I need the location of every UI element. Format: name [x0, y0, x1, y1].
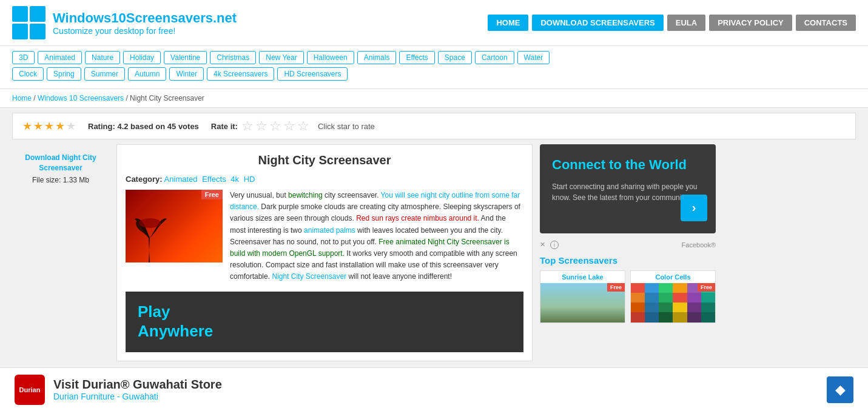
category-tag-animals[interactable]: Animals	[357, 51, 397, 64]
header-nav: HOME DOWNLOAD SCREENSAVERS EULA PRIVACY …	[488, 15, 856, 31]
desc-highlight-5: Free animated Night City Screensaver is …	[230, 238, 510, 258]
right-sidebar: Connect to the World Start connecting an…	[540, 144, 716, 361]
category-tag-clock[interactable]: Clock	[12, 67, 44, 81]
file-size: File size: 1.33 Mb	[12, 176, 109, 184]
download-screensavers-button[interactable]: DOWNLOAD SCREENSAVERS	[532, 15, 663, 31]
palm-svg	[132, 214, 168, 262]
category-animated[interactable]: Animated	[164, 175, 198, 184]
desc-highlight-3: Red sun rays create nimbus around it.	[356, 214, 479, 222]
ad-line2: Anywhere	[138, 322, 213, 341]
category-row-2: ClockSpringSummerAutumnWinter4k Screensa…	[12, 67, 856, 81]
category-tag-halloween[interactable]: Halloween	[307, 51, 354, 64]
logo-pane-tl	[12, 6, 28, 22]
article-title: Night City Screensaver	[126, 153, 523, 167]
card-colorcells-image[interactable]: Free	[631, 283, 715, 322]
privacy-policy-button[interactable]: PRIVACY POLICY	[709, 15, 792, 31]
category-tag-nature[interactable]: Nature	[85, 51, 120, 64]
category-line: Category: Animated Effects 4k HD	[126, 175, 523, 184]
card-colorcells-title: Color Cells	[631, 271, 715, 283]
screensaver-card-colorcells: Color Cells	[630, 270, 716, 323]
rate-star-1[interactable]: ☆	[241, 118, 254, 134]
rate-star-5[interactable]: ☆	[297, 118, 309, 134]
left-sidebar: Download Night City Screensaver File siz…	[12, 144, 109, 361]
free-badge: Free	[201, 190, 223, 199]
category-tag-4k-screensavers[interactable]: 4k Screensavers	[207, 67, 274, 81]
screensaver-grid: Sunrise Lake Free Color Cells	[540, 270, 716, 323]
fb-footer-left: ✕ i	[540, 241, 559, 249]
rate-star-3[interactable]: ☆	[269, 118, 281, 134]
svg-point-0	[139, 218, 161, 228]
description-text: Very unusual, but bewitching city screen…	[230, 190, 523, 283]
page-header: Windows10Screensavers.net Customize your…	[0, 0, 868, 46]
desc-highlight-6: Night City Screensaver	[272, 272, 346, 281]
home-button[interactable]: HOME	[488, 15, 528, 31]
category-tag-new-year[interactable]: New Year	[259, 51, 303, 64]
star-5: ★	[66, 119, 76, 133]
category-tag-valentine[interactable]: Valentine	[164, 51, 207, 64]
windows-logo	[12, 6, 45, 39]
rating-text: Rating: 4.2 based on 45 votes	[88, 122, 199, 131]
contacts-button[interactable]: CONTACTS	[796, 15, 856, 31]
content-block: Free Very unusual, but bewitching city s…	[126, 190, 523, 283]
card-sunrise-image[interactable]: Free	[540, 283, 625, 322]
category-tag-water[interactable]: Water	[517, 51, 550, 64]
fb-connect-button[interactable]: ›	[681, 195, 707, 221]
desc-highlight-1: bewitching	[288, 191, 323, 199]
star-1: ★	[22, 119, 32, 133]
screensaver-card-sunrise: Sunrise Lake Free	[540, 270, 625, 323]
star-2: ★	[33, 119, 43, 133]
rating-based: based on	[130, 122, 165, 131]
main-content: Download Night City Screensaver File siz…	[0, 144, 728, 361]
fb-close-icon[interactable]: ✕	[540, 241, 545, 249]
fb-footer: ✕ i Facebook®	[540, 241, 716, 249]
fb-brand-label: Facebook®	[682, 241, 716, 249]
category-tag-summer[interactable]: Summer	[84, 67, 125, 81]
ad-banner-text: Play Anywhere	[138, 302, 213, 340]
desc-highlight-2: You will see night city outline from som…	[230, 191, 520, 211]
category-tag-winter[interactable]: Winter	[169, 67, 204, 81]
rating-stars-display: ★ ★ ★ ★ ★	[22, 119, 76, 133]
facebook-widget: Connect to the World Start connecting an…	[540, 144, 716, 233]
category-tag-effects[interactable]: Effects	[399, 51, 434, 64]
category-4k[interactable]: 4k	[230, 175, 239, 184]
breadcrumb-section[interactable]: Windows 10 Screensavers	[38, 94, 124, 102]
category-effects[interactable]: Effects	[202, 175, 226, 184]
ad-line1: Play	[138, 302, 213, 321]
fb-connect-title: Connect to the World	[552, 156, 704, 174]
category-navigation: 3DAnimatedNatureHolidayValentineChristma…	[0, 46, 868, 89]
site-subtitle: Customize your desktop for free!	[53, 26, 237, 36]
category-tag-spring[interactable]: Spring	[47, 67, 81, 81]
logo-pane-bl	[12, 24, 28, 39]
category-tag-hd-screensavers[interactable]: HD Screensavers	[277, 67, 348, 81]
sunrise-free-badge: Free	[607, 283, 625, 292]
category-tag-cartoon[interactable]: Cartoon	[475, 51, 514, 64]
rate-star-4[interactable]: ☆	[283, 118, 295, 134]
rating-votes: 45 votes	[167, 122, 199, 131]
category-row-1: 3DAnimatedNatureHolidayValentineChristma…	[12, 51, 856, 64]
category-tag-christmas[interactable]: Christmas	[210, 51, 256, 64]
category-tag-autumn[interactable]: Autumn	[128, 67, 166, 81]
breadcrumb: Home / Windows 10 Screensavers / Night C…	[0, 89, 868, 108]
category-tag-animated[interactable]: Animated	[38, 51, 82, 64]
download-screensaver-link[interactable]: Download Night City Screensaver	[12, 153, 109, 173]
breadcrumb-home[interactable]: Home	[12, 94, 32, 102]
logo-pane-tr	[30, 6, 45, 22]
category-tag-holiday[interactable]: Holiday	[123, 51, 161, 64]
eula-button[interactable]: EULA	[667, 15, 705, 31]
article-area: Night City Screensaver Category: Animate…	[116, 144, 533, 361]
category-hd[interactable]: HD	[244, 175, 255, 184]
site-title: Windows10Screensavers.net	[53, 10, 237, 26]
star-3: ★	[44, 119, 54, 133]
top-screensavers-section: Top Screensavers Sunrise Lake Free Color…	[540, 255, 716, 323]
play-anywhere-ad: Play Anywhere	[126, 292, 523, 352]
fb-info-icon[interactable]: i	[550, 241, 559, 249]
rating-bar: ★ ★ ★ ★ ★ Rating: 4.2 based on 45 votes …	[12, 113, 856, 139]
category-tag-3d[interactable]: 3D	[12, 51, 35, 64]
click-to-rate-label: Click star to rate	[318, 122, 375, 131]
logo-text: Windows10Screensavers.net Customize your…	[53, 10, 237, 36]
rate-stars[interactable]: ☆ ☆ ☆ ☆ ☆	[241, 118, 309, 134]
rate-star-2[interactable]: ☆	[255, 118, 267, 134]
category-tag-space[interactable]: Space	[438, 51, 472, 64]
rate-label: Rate it:	[211, 122, 238, 131]
screensaver-thumbnail: Free	[126, 190, 223, 262]
